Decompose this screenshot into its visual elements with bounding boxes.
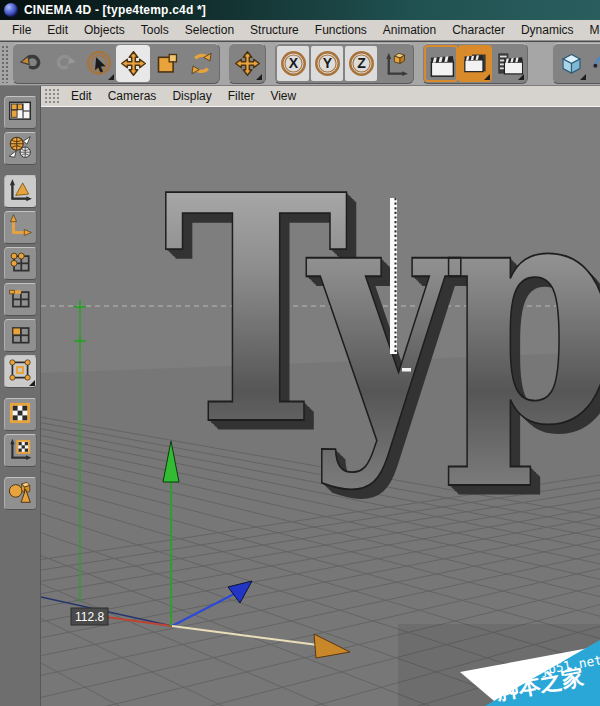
menu-objects[interactable]: Objects xyxy=(76,21,133,39)
recent-tool-move-button[interactable] xyxy=(230,45,264,82)
add-cube-object-button[interactable] xyxy=(554,45,588,82)
menu-file[interactable]: File xyxy=(4,21,39,39)
scale-tool-icon xyxy=(154,50,181,77)
svg-text:Y: Y xyxy=(322,55,332,71)
add-spline-object-button[interactable] xyxy=(588,45,600,82)
distance-label: 112.8 xyxy=(71,608,108,625)
sidebar-item-layout-panels[interactable] xyxy=(4,96,37,129)
lock-z-axis-button[interactable]: Z xyxy=(345,46,377,81)
toolbar-group xyxy=(12,43,220,84)
lock-z-axis-icon: Z xyxy=(348,50,375,77)
undo-button[interactable] xyxy=(14,45,48,82)
live-selection-button[interactable] xyxy=(82,45,116,82)
move-tool-icon xyxy=(120,50,147,77)
rotate-tool-button[interactable] xyxy=(184,45,218,82)
redo-icon xyxy=(52,50,79,77)
toolbar-group xyxy=(552,43,600,84)
object-axis-tool-icon xyxy=(7,213,33,243)
toolbar-group xyxy=(422,43,528,84)
text-object: TypeTypeTypeTypeTypeTypeTypeType xyxy=(163,126,600,503)
viewport-menu-cameras[interactable]: Cameras xyxy=(100,87,165,105)
menu-character[interactable]: Character xyxy=(444,21,513,39)
render-view-button[interactable] xyxy=(424,45,458,82)
menu-selection[interactable]: Selection xyxy=(177,21,242,39)
title-bar: CINEMA 4D - [type4temp.c4d *] xyxy=(0,0,600,20)
viewport-menu-display[interactable]: Display xyxy=(164,87,219,105)
axis-center-mode-icon xyxy=(7,357,33,387)
menu-structure[interactable]: Structure xyxy=(242,21,307,39)
toolbar: XYZ xyxy=(0,41,600,86)
recent-tool-move-icon xyxy=(234,50,261,77)
svg-text:Type: Type xyxy=(163,126,600,494)
viewport-menu-bar: EditCamerasDisplayFilterView xyxy=(41,86,600,107)
texture-mode-icon xyxy=(7,400,33,430)
coordinate-globe-icon xyxy=(7,134,33,164)
toolbar-group xyxy=(228,43,266,84)
menu-bar: FileEditObjectsToolsSelectionStructureFu… xyxy=(0,20,600,41)
cinema4d-window: CINEMA 4D - [type4temp.c4d *] FileEditOb… xyxy=(0,0,600,706)
add-cube-object-icon xyxy=(558,50,585,77)
menu-animation[interactable]: Animation xyxy=(375,21,444,39)
primitives-tool-icon xyxy=(7,479,33,509)
svg-text:X: X xyxy=(288,55,298,71)
coordinate-system-button[interactable] xyxy=(378,45,412,82)
toolbar-grip[interactable] xyxy=(1,45,9,83)
model-mode-icon xyxy=(7,177,33,207)
lock-y-axis-icon: Y xyxy=(314,50,341,77)
viewport-menu-grip[interactable] xyxy=(44,88,59,105)
sidebar-item-texture-axis-mode[interactable] xyxy=(4,434,37,467)
sidebar-item-polygon-mode[interactable] xyxy=(4,319,37,352)
polygon-mode-icon xyxy=(7,321,33,351)
menu-dynamics[interactable]: Dynamics xyxy=(513,21,582,39)
point-mode-icon xyxy=(7,249,33,279)
sidebar-item-texture-mode[interactable] xyxy=(4,398,37,431)
toolbar-group: XYZ xyxy=(274,43,414,84)
window-title: CINEMA 4D - [type4temp.c4d *] xyxy=(24,3,206,17)
app-logo-icon xyxy=(4,3,18,17)
tool-sidebar xyxy=(0,86,41,706)
rotate-tool-icon xyxy=(188,50,215,77)
sidebar-item-model-mode[interactable] xyxy=(4,175,37,208)
menu-mograph[interactable]: MoGraph xyxy=(582,21,600,39)
svg-text:Z: Z xyxy=(357,55,366,71)
lock-x-axis-icon: X xyxy=(280,50,307,77)
menu-tools[interactable]: Tools xyxy=(133,21,177,39)
lock-y-axis-button[interactable]: Y xyxy=(311,46,343,81)
viewport-menu-view[interactable]: View xyxy=(262,87,304,105)
sidebar-item-edge-mode[interactable] xyxy=(4,283,37,316)
sidebar-item-object-axis-tool[interactable] xyxy=(4,211,37,244)
sidebar-item-primitives-tool[interactable] xyxy=(4,477,37,510)
viewport-3d[interactable]: TypeTypeTypeTypeTypeTypeTypeType xyxy=(41,107,600,706)
svg-text:112.8: 112.8 xyxy=(75,610,104,624)
menu-edit[interactable]: Edit xyxy=(39,21,76,39)
live-selection-icon xyxy=(86,50,113,77)
lock-x-axis-button[interactable]: X xyxy=(277,46,309,81)
undo-icon xyxy=(18,50,45,77)
viewport-menu-filter[interactable]: Filter xyxy=(220,87,263,105)
layout-panels-icon xyxy=(7,98,33,128)
render-settings-button[interactable] xyxy=(492,45,526,82)
menu-functions[interactable]: Functions xyxy=(307,21,375,39)
render-picture-viewer-button[interactable] xyxy=(458,45,492,82)
sidebar-item-axis-center-mode[interactable] xyxy=(4,355,37,388)
redo-button xyxy=(48,45,82,82)
move-tool-button[interactable] xyxy=(116,45,150,82)
sidebar-item-point-mode[interactable] xyxy=(4,247,37,280)
render-settings-icon xyxy=(496,50,523,77)
sidebar-item-coordinate-globe[interactable] xyxy=(4,132,37,165)
add-spline-object-icon xyxy=(592,50,600,77)
scale-tool-button[interactable] xyxy=(150,45,184,82)
edge-mode-icon xyxy=(7,285,33,315)
coordinate-system-icon xyxy=(382,50,409,77)
render-picture-viewer-icon xyxy=(462,50,489,77)
render-view-icon xyxy=(428,50,455,77)
scene-canvas[interactable]: TypeTypeTypeTypeTypeTypeTypeType xyxy=(41,107,600,706)
texture-axis-mode-icon xyxy=(7,436,33,466)
viewport-menu-edit[interactable]: Edit xyxy=(63,87,100,105)
